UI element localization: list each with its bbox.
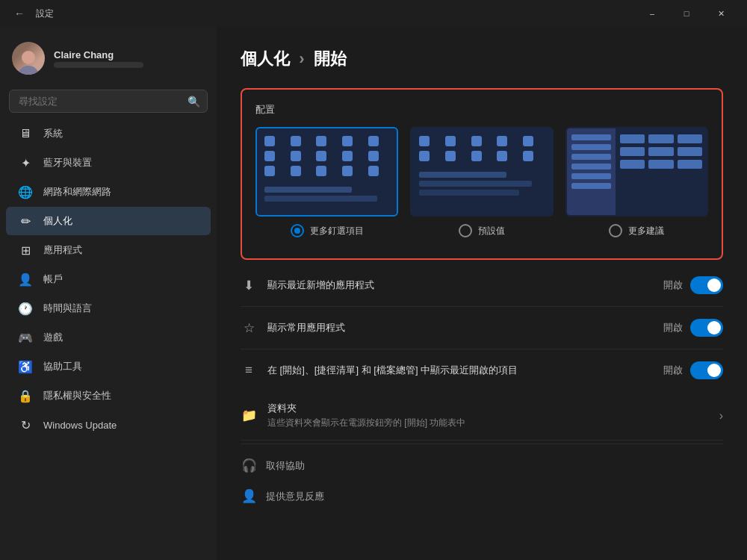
nav-icon-apps: ⊞ — [18, 243, 33, 258]
layout-radio-default: 預設值 — [459, 224, 505, 237]
bottom-link-get-help[interactable]: 🎧 取得協助 — [241, 450, 723, 481]
user-info: Claire Chang — [54, 49, 143, 68]
folder-sublabel: 這些資料夾會顯示在電源按鈕旁的 [開始] 功能表中 — [267, 417, 709, 429]
sidebar-item-bluetooth[interactable]: ✦ 藍牙與裝置 — [6, 149, 211, 177]
nav-label-personalization: 個人化 — [43, 214, 72, 228]
nav-label-bluetooth: 藍牙與裝置 — [43, 156, 92, 169]
bottom-link-feedback[interactable]: 👤 提供意見反應 — [241, 481, 723, 511]
folder-label: 資料夾 — [267, 402, 709, 415]
nav-label-system: 系統 — [43, 127, 63, 140]
sidebar-item-apps[interactable]: ⊞ 應用程式 — [6, 236, 211, 264]
search-input[interactable] — [9, 90, 208, 113]
sidebar-item-network[interactable]: 🌐 網路和網際網路 — [6, 178, 211, 206]
bottom-link-label-feedback: 提供意見反應 — [266, 490, 324, 503]
nav-icon-personalization: ✏ — [18, 214, 33, 228]
setting-status-recently-opened: 開啟 — [663, 364, 683, 377]
nav-label-privacy: 隱私權與安全性 — [43, 389, 111, 402]
titlebar: ← 設定 – □ ✕ — [0, 0, 747, 27]
radio-circle-more-pinned — [291, 224, 304, 237]
sidebar-item-privacy[interactable]: 🔒 隱私權與安全性 — [6, 382, 211, 410]
sidebar-item-personalization[interactable]: ✏ 個人化 — [6, 207, 211, 235]
nav-icon-accounts: 👤 — [18, 272, 33, 287]
setting-row-frequently-used: ☆ 顯示常用應用程式 開啟 — [241, 307, 723, 349]
bottom-link-icon-get-help: 🎧 — [241, 458, 257, 473]
nav-label-accessibility: 協助工具 — [43, 360, 82, 373]
folder-chevron-icon: › — [719, 409, 723, 423]
setting-row-recently-added: ⬇ 顯示最近新增的應用程式 開啟 — [241, 264, 723, 307]
nav-label-windows-update: Windows Update — [43, 420, 117, 431]
setting-right-recently-added: 開啟 — [663, 276, 723, 294]
app-container: Claire Chang 🔍 🖥 系統 ✦ 藍牙與裝置 🌐 網路和網際網路 ✏ … — [0, 27, 747, 560]
folder-row[interactable]: 📁 資料夾 這些資料夾會顯示在電源按鈕旁的 [開始] 功能表中 › — [241, 391, 723, 441]
folder-icon: 📁 — [241, 408, 257, 424]
layout-option-more-pinned[interactable]: 更多釘選項目 — [255, 127, 398, 237]
nav-label-apps: 應用程式 — [43, 243, 82, 257]
minimize-button[interactable]: – — [635, 1, 669, 25]
layout-card: 配置 更多釘選項目 — [241, 88, 723, 260]
radio-circle-default — [459, 224, 472, 237]
toggle-knob-recently-added — [707, 279, 721, 292]
radio-circle-more-recommended — [609, 224, 622, 237]
setting-right-frequently-used: 開啟 — [663, 319, 723, 337]
setting-label-recently-added: 顯示最近新增的應用程式 — [267, 279, 653, 292]
layout-option-more-recommended[interactable]: 更多建議 — [565, 127, 708, 237]
layout-options: 更多釘選項目 預設值 — [255, 127, 708, 237]
breadcrumb-separator: › — [299, 49, 309, 68]
user-section: Claire Chang — [0, 34, 217, 87]
search-icon: 🔍 — [187, 96, 200, 108]
layout-preview-more-recommended — [565, 127, 708, 217]
maximize-button[interactable]: □ — [669, 1, 704, 25]
setting-label-recently-opened: 在 [開始]、[捷徑清單] 和 [檔案總管] 中顯示最近開啟的項目 — [267, 364, 653, 377]
toggle-recently-added[interactable] — [690, 276, 723, 294]
settings-rows: ⬇ 顯示最近新增的應用程式 開啟 ☆ 顯示常用應用程式 開啟 ≡ 在 [開始]、… — [241, 264, 723, 391]
sidebar-item-accounts[interactable]: 👤 帳戶 — [6, 265, 211, 293]
layout-option-default[interactable]: 預設值 — [410, 127, 553, 237]
sidebar-item-system[interactable]: 🖥 系統 — [6, 119, 211, 148]
sidebar-item-windows-update[interactable]: ↻ Windows Update — [6, 411, 211, 439]
nav-icon-accessibility: ♿ — [18, 359, 33, 374]
user-subtitle — [54, 62, 143, 68]
nav-icon-gaming: 🎮 — [18, 330, 33, 345]
sidebar-item-accessibility[interactable]: ♿ 協助工具 — [6, 352, 211, 381]
sidebar-item-time[interactable]: 🕐 時間與語言 — [6, 294, 211, 323]
breadcrumb-part1: 個人化 — [241, 49, 290, 68]
titlebar-controls: – □ ✕ — [635, 1, 738, 25]
layout-radio-more-pinned: 更多釘選項目 — [291, 224, 364, 237]
toggle-recently-opened[interactable] — [690, 361, 723, 379]
back-button[interactable]: ← — [9, 3, 30, 24]
nav-icon-privacy: 🔒 — [18, 388, 33, 403]
sidebar-item-gaming[interactable]: 🎮 遊戲 — [6, 323, 211, 352]
setting-status-recently-added: 開啟 — [663, 279, 683, 292]
bottom-links: 🎧 取得協助 👤 提供意見反應 — [241, 444, 723, 517]
toggle-knob-frequently-used — [707, 321, 721, 335]
toggle-frequently-used[interactable] — [690, 319, 723, 337]
nav-label-accounts: 帳戶 — [43, 273, 63, 286]
layout-radio-more-recommended: 更多建議 — [609, 224, 664, 237]
close-button[interactable]: ✕ — [704, 1, 738, 25]
titlebar-title: 設定 — [36, 7, 635, 20]
layout-preview-default — [410, 127, 553, 217]
layout-section-label: 配置 — [255, 103, 708, 116]
nav-icon-system: 🖥 — [18, 126, 33, 141]
setting-icon-frequently-used: ☆ — [241, 320, 257, 336]
user-name: Claire Chang — [54, 49, 143, 60]
nav-icon-time: 🕐 — [18, 301, 33, 316]
nav-icon-network: 🌐 — [18, 184, 33, 199]
avatar — [12, 42, 45, 75]
toggle-knob-recently-opened — [707, 364, 721, 377]
breadcrumb-part2: 開始 — [314, 49, 347, 68]
setting-status-frequently-used: 開啟 — [663, 321, 683, 335]
nav-icon-windows-update: ↻ — [18, 417, 33, 432]
bottom-link-icon-feedback: 👤 — [241, 488, 257, 504]
layout-option-label-more-pinned: 更多釘選項目 — [310, 225, 364, 237]
nav-label-gaming: 遊戲 — [43, 331, 63, 344]
layout-option-label-more-recommended: 更多建議 — [628, 225, 664, 237]
setting-icon-recently-opened: ≡ — [241, 362, 257, 379]
layout-option-label-default: 預設值 — [478, 225, 505, 237]
search-box: 🔍 — [9, 90, 208, 113]
setting-label-frequently-used: 顯示常用應用程式 — [267, 321, 653, 335]
sidebar: Claire Chang 🔍 🖥 系統 ✦ 藍牙與裝置 🌐 網路和網際網路 ✏ … — [0, 27, 217, 560]
sidebar-nav: 🖥 系統 ✦ 藍牙與裝置 🌐 網路和網際網路 ✏ 個人化 ⊞ 應用程式 👤 帳戶… — [0, 119, 217, 553]
setting-row-recently-opened: ≡ 在 [開始]、[捷徑清單] 和 [檔案總管] 中顯示最近開啟的項目 開啟 — [241, 349, 723, 391]
bottom-link-label-get-help: 取得協助 — [266, 459, 305, 473]
